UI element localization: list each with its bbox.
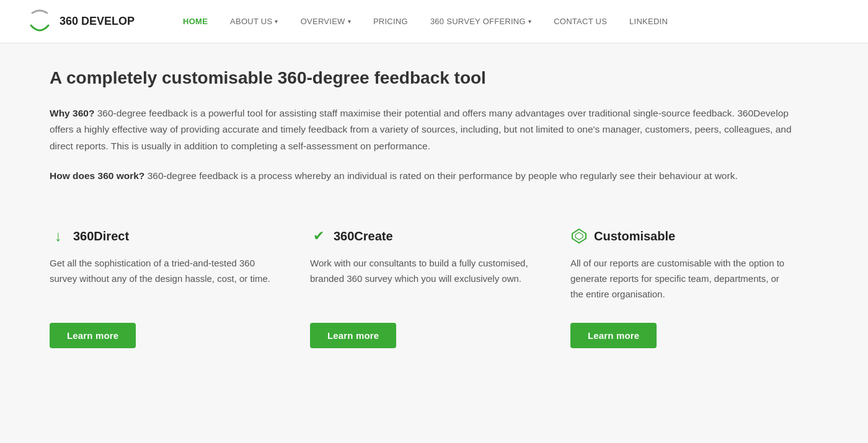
card-title-row: Customisable <box>570 227 794 245</box>
how-360-paragraph: How does 360 work? 360-degree feedback i… <box>50 168 794 184</box>
why-360-paragraph: Why 360? 360-degree feedback is a powerf… <box>50 105 794 154</box>
chevron-down-icon: ▾ <box>348 18 351 25</box>
why-360-text: 360-degree feedback is a powerful tool f… <box>50 108 792 151</box>
learn-more-button-360create[interactable]: Learn more <box>310 323 396 348</box>
card-title-customisable: Customisable <box>594 229 675 243</box>
card-icon-360create: ✔ <box>310 227 327 245</box>
learn-more-button-360direct[interactable]: Learn more <box>50 323 136 348</box>
nav-item-pricing[interactable]: PRICING <box>362 0 419 43</box>
card-desc-360direct: Get all the sophistication of a tried-an… <box>50 256 273 305</box>
logo-text: 360 DEVELOP <box>60 15 135 28</box>
card-360create: ✔ 360Create Work with our consultants to… <box>298 215 558 367</box>
how-360-label: How does 360 work? <box>50 170 144 181</box>
card-icon-360direct: ↓ <box>50 227 67 245</box>
card-title-row: ✔ 360Create <box>310 227 533 245</box>
nav-item-about-us[interactable]: ABOUT US▾ <box>219 0 290 43</box>
main-nav: HOMEABOUT US▾OVERVIEW▾PRICING360 SURVEY … <box>172 0 843 43</box>
svg-marker-0 <box>572 229 586 243</box>
how-360-text: 360-degree feedback is a process whereby… <box>144 170 737 181</box>
card-360direct: ↓ 360Direct Get all the sophistication o… <box>50 215 298 367</box>
card-desc-customisable: All of our reports are customisable with… <box>570 256 794 305</box>
card-desc-360create: Work with our consultants to build a ful… <box>310 256 533 305</box>
card-title-360create: 360Create <box>334 229 393 243</box>
card-title-row: ↓ 360Direct <box>50 227 273 245</box>
why-360-label: Why 360? <box>50 108 94 118</box>
card-title-360direct: 360Direct <box>73 229 129 243</box>
page-title: A completely customisable 360-degree fee… <box>50 68 818 88</box>
chevron-down-icon: ▾ <box>275 18 278 25</box>
arrow-down-icon: ↓ <box>55 227 62 245</box>
svg-marker-1 <box>575 232 583 240</box>
chevron-down-icon: ▾ <box>528 18 531 25</box>
logo-icon <box>25 7 55 37</box>
nav-item-360-survey-offering[interactable]: 360 SURVEY OFFERING▾ <box>419 0 542 43</box>
nav-item-overview[interactable]: OVERVIEW▾ <box>290 0 362 43</box>
nav-item-contact-us[interactable]: CONTACT US <box>542 0 618 43</box>
card-customisable: Customisable All of our reports are cust… <box>558 215 818 367</box>
diamond-icon <box>571 228 587 244</box>
logo[interactable]: 360 DEVELOP <box>25 7 135 37</box>
learn-more-button-customisable[interactable]: Learn more <box>570 323 657 348</box>
nav-item-home[interactable]: HOME <box>172 0 219 43</box>
nav-item-linkedin[interactable]: LINKEDIN <box>618 0 679 43</box>
card-icon-customisable <box>570 227 588 245</box>
cards-section: ↓ 360Direct Get all the sophistication o… <box>50 215 818 392</box>
check-icon: ✔ <box>313 228 324 244</box>
